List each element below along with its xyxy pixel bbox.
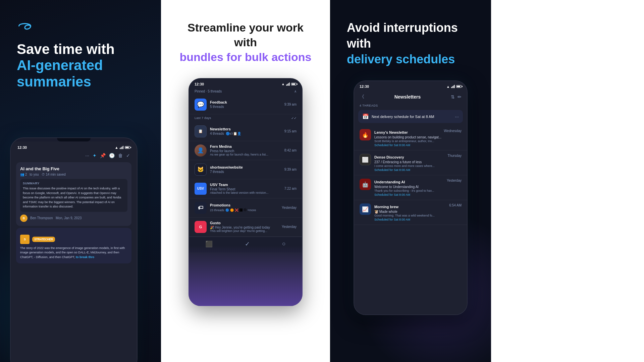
newsletters-sub: 4 threads 🔵🏷📋👤	[210, 132, 282, 135]
panel3-title-normal: Avoid interruptions with	[347, 21, 458, 50]
lenny-scheduled: Scheduled for Sat 8:00 AM	[374, 143, 462, 147]
divider-2	[326, 0, 330, 362]
check-nav-icon[interactable]: ✓	[245, 240, 250, 248]
promotions-time: Yesterday	[282, 206, 297, 209]
panel2-title-normal: Streamline your work with	[187, 21, 304, 49]
summary-label: SUMMARY	[23, 182, 125, 185]
thread-item-usv[interactable]: USV USV Team Final Term Sheet Attached i…	[189, 179, 302, 198]
phone-mockup-3: 12:30 ▲ 《 Newsletter	[354, 80, 468, 315]
delivery-text: Next delivery schedule for Sat at 8 AM	[372, 115, 452, 119]
panel1-heading: Save time with AI-generated summaries	[17, 41, 144, 90]
thread-item-promotions[interactable]: 🏷 Promotions 23 threads 🔵 🟠 ❌ 🅿 Ⓜ +more	[189, 198, 302, 218]
feedback-time: 9:39 am	[284, 103, 297, 106]
gusto-time: Yesterday	[282, 225, 297, 229]
newsletters-time: 9:15 am	[284, 129, 297, 133]
dense-preview: I come across more and more cases where.…	[374, 164, 462, 168]
feedback-info: Feedback 5 threads	[210, 100, 282, 109]
github-sub: 7 threads	[210, 170, 282, 174]
lenny-time: Wednesday	[444, 129, 462, 133]
thread-item-newsletters[interactable]: 📋 Newsletters 4 threads 🔵🏷📋👤 9:15 am	[189, 122, 302, 141]
lenny-info: Lenny's Newsletter Wednesday Lessons on …	[374, 129, 462, 147]
phone-time-3: 12:30	[360, 84, 369, 88]
sort-icon[interactable]: ⇅	[451, 94, 455, 100]
email-card-2: S STRATECHER The story of 2022 was the e…	[16, 228, 131, 264]
panel-delivery: Avoid interruptions with delivery schedu…	[330, 0, 491, 362]
newsletters-avatar: 📋	[195, 125, 207, 137]
chevron-up-icon: ∧	[294, 89, 297, 93]
delivery-more-icon[interactable]: ···	[455, 114, 459, 119]
understanding-avatar: 🤖	[360, 179, 371, 190]
people-count: 👥 2	[20, 173, 27, 176]
panel3-title-accent: delivery schedules	[347, 52, 455, 66]
email-body-preview: The story of 2022 was the emergence of i…	[20, 246, 127, 260]
phone3-screen: 12:30 ▲ 《 Newsletter	[354, 81, 467, 314]
pinned-header: Pinned · 5 threads ∧	[189, 87, 302, 95]
thread-item-feedback[interactable]: 💬 Feedback 5 threads 9:39 am	[189, 95, 302, 114]
pin-icon: 📌	[100, 153, 106, 158]
promotions-info: Promotions 23 threads 🔵 🟠 ❌ 🅿 Ⓜ +more	[210, 203, 279, 212]
brew-preview: Good morning. That was a wild weekend fo…	[374, 214, 462, 217]
edit-icon[interactable]: ✏	[458, 94, 462, 100]
summary-box: SUMMARY This issue discusses the positiv…	[20, 179, 127, 212]
delivery-schedule-icon: 📅	[362, 113, 369, 120]
promotions-name: Promotions	[210, 203, 279, 207]
brew-info: Morning brew 6:54 AM 🐮 Made whole Good m…	[374, 203, 462, 221]
panel-save-time: Save time with AI-generated summaries 12…	[0, 0, 161, 362]
feedback-avatar: 💬	[195, 99, 207, 111]
panel1-title-line3: summaries	[17, 74, 144, 90]
nl-item-brew[interactable]: 📈 Morning brew 6:54 AM 🐮 Made whole Good…	[354, 200, 467, 225]
github-avatar: 🐱	[195, 164, 207, 176]
understanding-name: Understanding AI	[374, 180, 405, 184]
battery-icon-3	[456, 85, 462, 88]
fern-time: 8:42 am	[284, 148, 297, 152]
fern-avatar: 👤	[195, 144, 207, 157]
phone-time-2: 12:30	[195, 82, 204, 86]
nl-item-lenny[interactable]: 🔥 Lenny's Newsletter Wednesday Lessons o…	[354, 126, 467, 150]
status-bar-2: 12:30 ▲	[189, 79, 302, 87]
sparkle-icon: ✦	[93, 153, 97, 158]
panel1-title-line2: AI-generated	[17, 57, 144, 73]
back-icon[interactable]: 《	[360, 94, 364, 100]
nl-item-dense[interactable]: ⬜ Dense Discovery Thursday 237 / Embraci…	[354, 150, 467, 175]
feedback-name: Feedback	[210, 100, 282, 104]
inbox-nav-icon[interactable]: ⬛	[205, 240, 213, 248]
panel3-title: Avoid interruptions with delivery schedu…	[347, 20, 474, 67]
gusto-avatar: G	[195, 221, 207, 233]
threads-count: 4 THREADS	[354, 103, 467, 110]
phone3-header: 《 Newsletters ⇅ ✏	[354, 90, 467, 103]
panel3-heading: Avoid interruptions with delivery schedu…	[347, 20, 474, 80]
shortwave-logo-icon	[17, 20, 33, 32]
circle-nav-icon[interactable]: ○	[282, 240, 286, 248]
thread-item-github[interactable]: 🐱 shortwave/website 7 threads 9:39 am	[189, 160, 302, 179]
thread-item-fern[interactable]: 👤 Fern Medina Press for launch As we gea…	[189, 141, 302, 160]
promotions-tags: 23 threads 🔵 🟠 ❌ 🅿 Ⓜ +more	[210, 208, 279, 212]
understanding-preview: Thank you for subscribing - it's good to…	[374, 189, 462, 192]
newsletters-name: Newsletters	[210, 127, 282, 131]
usv-info: USV Team Final Term Sheet Attached is th…	[210, 183, 282, 194]
understanding-time: Yesterday	[447, 179, 462, 182]
usv-avatar: USV	[195, 183, 207, 195]
summary-text: This issue discusses the positive impact…	[23, 186, 125, 209]
github-name: shortwave/website	[210, 165, 282, 169]
delivery-banner[interactable]: 📅 Next delivery schedule for Sat at 8 AM…	[358, 110, 463, 123]
brew-scheduled: Scheduled for Sat 8:00 AM	[374, 218, 462, 221]
signal-icon	[120, 146, 123, 149]
fern-info: Fern Medina Press for launch As we gear …	[210, 144, 282, 156]
stratechery-avatar: S	[20, 235, 30, 244]
lenny-subject: Lessons on building product sense, navig…	[374, 135, 462, 139]
nl-item-understanding[interactable]: 🤖 Understanding AI Yesterday Welcome to …	[354, 175, 467, 200]
promotions-count: 23 threads	[210, 208, 224, 212]
time-saved: ⏱ 14 min saved	[42, 173, 66, 176]
gusto-preview: This will brighten your day! You're gett…	[210, 229, 279, 233]
gusto-info: Gusto 🎉 Hey Jennie, you're getting paid …	[210, 221, 279, 233]
lenny-name: Lenny's Newsletter	[374, 130, 408, 134]
usv-time: 7:22 am	[284, 187, 297, 190]
thread-item-gusto[interactable]: G Gusto 🎉 Hey Jennie, you're getting pai…	[189, 218, 302, 237]
phone2-screen: 12:30 ▲ Pinned · 5 threads	[189, 79, 302, 305]
usv-name: USV Team	[210, 183, 282, 187]
checkmark-icon: ✓	[126, 153, 130, 158]
email-card-1: AI and the Big Five 👥 2 to you ⏱ 14 min …	[16, 162, 131, 226]
phone-notch	[57, 138, 91, 141]
stratechery-sender: S STRATECHER	[20, 235, 127, 244]
bottom-nav-2: ⬛ ✓ ○	[189, 237, 302, 252]
